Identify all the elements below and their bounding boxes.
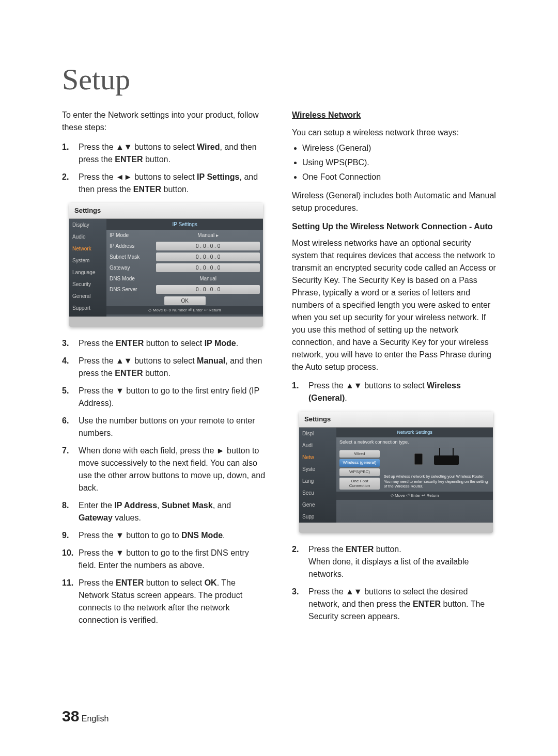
shot2-sidebar-item: Netw [299, 451, 336, 463]
step-number: 1. [292, 380, 308, 404]
shot1-row-label: Gateway [110, 264, 156, 272]
shot2-sidebar-item: Syste [299, 463, 336, 475]
shot2-window-title: Settings [299, 412, 493, 428]
shot1-ok-button: OK [164, 296, 206, 305]
step-body: Press the ▲▼ buttons to select Wired, an… [79, 141, 266, 166]
shot1-sidebar-item: System [69, 255, 106, 266]
shot2-sidebar-item: Lang [299, 475, 336, 487]
network-settings-screenshot: Settings DisplAudiNetwSysteLangSecuGeneS… [299, 412, 493, 533]
shot1-sidebar-item: Security [69, 278, 106, 290]
shot2-option: Wireless (general) [339, 459, 380, 467]
step-body: Enter the IP Address, Subnet Mask, and G… [79, 499, 266, 524]
shot2-sidebar-item: Supp [299, 511, 336, 523]
shot1-row-label: DNS Server [110, 286, 156, 293]
step-body: Press the ▼ button to go to the first en… [79, 385, 266, 410]
step-number: 11. [62, 577, 79, 626]
page-language: English [82, 714, 109, 723]
step-number: 4. [62, 355, 79, 380]
shot2-option: Wired [339, 450, 380, 458]
step-body: Press the ▼ button to go to the first DN… [79, 547, 266, 572]
step-number: 5. [62, 385, 79, 410]
ip-settings-screenshot: Settings DisplayAudioNetworkSystemLangua… [69, 203, 263, 327]
shot1-row: Subnet Mask0 . 0 . 0 . 0 [106, 251, 263, 262]
step-number: 3. [62, 337, 79, 350]
step-body: When done with each field, press the ► b… [79, 445, 266, 494]
shot2-option: WPS(PBC) [339, 468, 380, 476]
shot1-row-label: IP Mode [110, 231, 156, 239]
wireless-bullet: One Foot Connection [302, 171, 496, 183]
step-body: Press the ▲▼ buttons to select Manual, a… [79, 355, 266, 380]
step-body: Press the ENTER button to select OK. The… [79, 577, 266, 626]
step-body: Press the ENTER button.When done, it dis… [308, 543, 496, 580]
shot1-sidebar-item: General [69, 290, 106, 302]
step-number: 8. [62, 499, 79, 524]
shot1-sidebar-item: Network [69, 243, 106, 255]
shot1-sidebar-item: Support [69, 302, 106, 314]
shot2-description: Set up wireless network by selecting you… [383, 474, 490, 490]
router-illustration [383, 450, 490, 467]
step-number: 2. [62, 171, 79, 196]
shot2-option: One Foot Connection [339, 478, 380, 490]
shot1-window-title: Settings [69, 203, 263, 219]
shot1-row: DNS ModeManual [106, 273, 263, 284]
shot2-sidebar-item: Gene [299, 499, 336, 511]
shot1-sidebar-item: Audio [69, 231, 106, 243]
shot1-row-label: DNS Mode [110, 275, 156, 282]
shot1-row-value: Manual ▸ [156, 231, 260, 240]
step-number: 6. [62, 415, 79, 439]
shot2-panel-title: Network Settings [336, 428, 493, 438]
page-number: 38 [62, 707, 79, 724]
shot1-row: IP Address0 . 0 . 0 . 0 [106, 241, 263, 251]
page-title: Setup [62, 62, 496, 97]
right-column: Wireless Network You can setup a wireles… [292, 109, 496, 632]
wireless-auto-heading: Setting Up the Wireless Network Connecti… [292, 220, 496, 233]
wireless-para: Wireless (General) includes both Automat… [292, 190, 496, 214]
wireless-bullet: Using WPS(PBC). [302, 156, 496, 169]
step-number: 3. [292, 586, 308, 623]
shot1-sidebar-item: Display [69, 219, 106, 231]
step-body: Press the ENTER button to select IP Mode… [79, 337, 266, 350]
wireless-heading: Wireless Network [292, 109, 496, 121]
shot2-sidebar-item: Audi [299, 439, 336, 451]
shot2-hints: ◇ Move ⏎ Enter ↩ Return [336, 492, 493, 500]
shot1-row: IP ModeManual ▸ [106, 230, 263, 241]
shot1-hints: ◇ Move 0~9 Number ⏎ Enter ↩ Return [106, 306, 263, 314]
step-number: 10. [62, 547, 79, 572]
shot1-row-value: Manual [156, 274, 260, 283]
shot2-sidebar-item: Displ [299, 428, 336, 439]
page-footer: 38 English [62, 707, 109, 725]
shot1-sidebar-item: Language [69, 266, 106, 278]
left-intro: To enter the Network settings into your … [62, 109, 266, 134]
step-body: Press the ▲▼ buttons to select Wireless … [308, 380, 496, 404]
step-body: Use the number buttons on your remote to… [79, 415, 266, 439]
shot1-panel-title: IP Settings [106, 219, 263, 230]
left-column: To enter the Network settings into your … [62, 109, 266, 632]
shot2-subtitle: Select a network connection type. [336, 437, 493, 448]
step-body: Press the ◄► buttons to select IP Settin… [79, 171, 266, 196]
shot1-row: DNS Server0 . 0 . 0 . 0 [106, 284, 263, 295]
wireless-bullet: Wireless (General) [302, 142, 496, 154]
step-number: 9. [62, 529, 79, 542]
step-number: 1. [62, 141, 79, 166]
wireless-auto-body: Most wireless networks have an optional … [292, 237, 496, 373]
shot1-row-label: Subnet Mask [110, 253, 156, 261]
step-number: 7. [62, 445, 79, 494]
shot1-row-value: 0 . 0 . 0 . 0 [156, 263, 260, 272]
step-number: 2. [292, 543, 308, 580]
shot1-row-value: 0 . 0 . 0 . 0 [156, 253, 260, 261]
wireless-intro: You can setup a wireless network three w… [292, 127, 496, 139]
shot1-row: Gateway0 . 0 . 0 . 0 [106, 262, 263, 273]
shot1-row-value: 0 . 0 . 0 . 0 [156, 285, 260, 294]
step-body: Press the ▼ button to go to DNS Mode. [79, 529, 266, 542]
shot1-row-label: IP Address [110, 242, 156, 250]
shot1-row-value: 0 . 0 . 0 . 0 [156, 242, 260, 250]
shot2-sidebar-item: Secu [299, 487, 336, 499]
step-body: Press the ▲▼ buttons to select the desir… [308, 586, 496, 623]
